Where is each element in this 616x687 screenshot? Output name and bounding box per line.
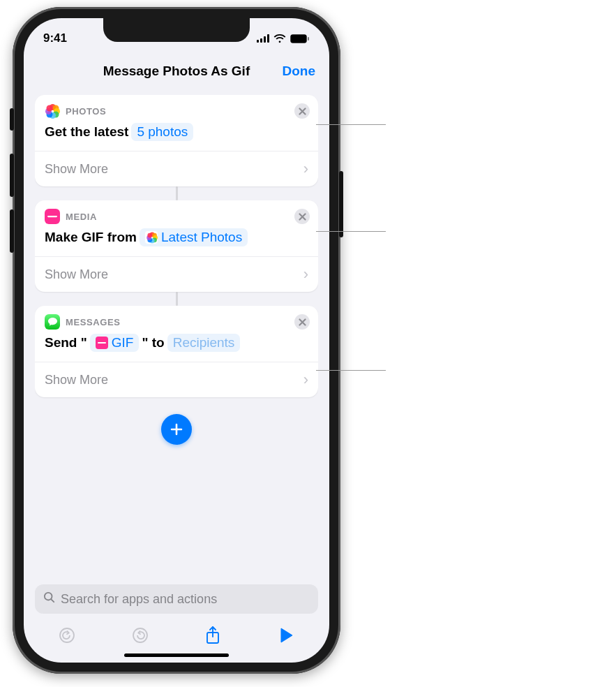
action-body: Make GIF from [35,227,318,256]
flow-connector [176,186,178,200]
search-icon [43,591,55,607]
photos-mini-icon [145,231,158,244]
media-mini-icon [96,337,108,349]
flow-connector [176,292,178,306]
action-body: Send " GIF " to Recipients [35,332,318,362]
callout-line [316,124,386,125]
undo-button[interactable] [52,620,82,651]
battery-icon [290,34,310,43]
editor-content: PHOTOS Get the latest 5 photos Show More… [35,95,318,579]
chevron-right-icon: › [303,160,308,178]
parameter-token[interactable]: GIF [90,334,140,352]
action-text: Make GIF from [45,230,137,245]
show-more-label: Show More [45,267,108,282]
action-text: " to [142,335,164,350]
action-text: Send " [45,335,87,350]
chevron-right-icon: › [303,265,308,283]
svg-rect-4 [98,342,106,344]
action-card-photos[interactable]: PHOTOS Get the latest 5 photos Show More… [35,95,318,186]
mute-switch [10,108,14,131]
wifi-icon [273,34,286,43]
share-button[interactable] [197,620,228,651]
action-card-messages[interactable]: MESSAGES Send " GIF " to Recipients [35,306,318,397]
photos-icon [45,103,60,119]
parameter-token[interactable]: 5 photos [131,123,193,141]
status-icons [257,34,310,43]
messages-icon [45,314,60,330]
token-text: GIF [112,335,134,350]
parameter-token-placeholder[interactable]: Recipients [167,334,241,352]
nav-bar: Message Photos As Gif Done [24,53,329,89]
delete-action-button[interactable] [294,103,310,119]
svg-point-7 [133,628,147,642]
show-more-button[interactable]: Show More › [35,256,318,292]
media-icon [45,209,60,224]
show-more-button[interactable]: Show More › [35,362,318,397]
delete-action-button[interactable] [294,314,310,330]
action-text: Get the latest [45,124,128,140]
done-button[interactable]: Done [283,64,316,79]
add-action-button[interactable] [161,414,192,445]
callout-line [316,231,386,232]
cellular-icon [257,34,269,43]
svg-rect-1 [292,36,306,42]
action-app-label: PHOTOS [66,106,106,117]
token-text: 5 photos [137,124,188,140]
callout-line [316,370,386,371]
screen: 9:41 Message Photos As Gif Done [24,18,329,663]
svg-rect-3 [47,216,57,217]
home-indicator[interactable] [124,653,229,657]
volume-down-button [10,209,14,253]
redo-button[interactable] [125,620,156,651]
volume-up-button [10,154,14,197]
action-card-media[interactable]: MEDIA Make GIF from [35,200,318,292]
show-more-label: Show More [45,373,108,387]
svg-rect-2 [308,37,309,40]
show-more-button[interactable]: Show More › [35,151,318,186]
status-time: 9:41 [43,31,67,45]
page-title: Message Photos As Gif [103,64,250,79]
play-button[interactable] [271,620,301,651]
token-text: Recipients [173,335,235,350]
search-bar[interactable] [35,584,318,614]
search-input[interactable] [61,592,310,607]
notch [103,18,250,42]
side-button [339,171,343,237]
bottom-toolbar [24,618,329,653]
phone-frame: 9:41 Message Photos As Gif Done [13,7,340,674]
action-app-label: MESSAGES [66,317,120,327]
svg-point-6 [60,628,74,642]
delete-action-button[interactable] [294,209,310,224]
show-more-label: Show More [45,162,108,177]
action-body: Get the latest 5 photos [35,121,318,151]
chevron-right-icon: › [303,371,308,389]
action-app-label: MEDIA [66,212,97,222]
parameter-token[interactable]: Latest Photos [140,228,248,246]
token-text: Latest Photos [161,230,242,245]
